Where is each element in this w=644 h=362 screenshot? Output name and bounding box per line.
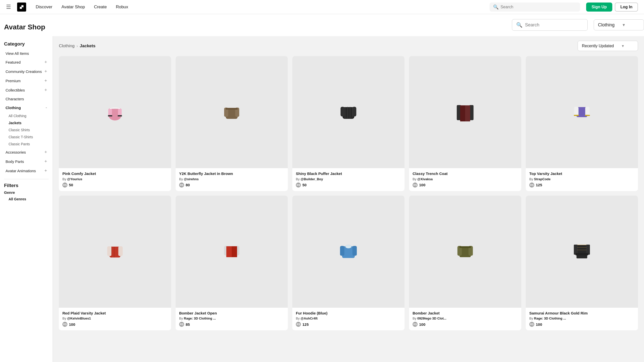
item-card[interactable]: Fur Hoodie (Blue) By @AshCr4ft R$ 125 bbox=[292, 196, 405, 331]
nav-robux[interactable]: Robux bbox=[112, 3, 132, 11]
sidebar: Category View All Items Featured + Commu… bbox=[0, 36, 53, 362]
item-card[interactable]: Top Varsity Jacket By StrapCode R$ 125 bbox=[526, 56, 638, 191]
nav-actions: Sign Up Log In bbox=[586, 3, 638, 12]
sidebar-item-premium[interactable]: Premium + bbox=[4, 76, 49, 85]
item-author: By @KelvinBlues1 bbox=[62, 316, 168, 320]
nav-discover[interactable]: Discover bbox=[32, 3, 56, 11]
item-info: Y2K Butterfly Jacket in Brown By @sirehn… bbox=[176, 168, 288, 191]
item-image bbox=[526, 196, 638, 308]
svg-rect-31 bbox=[107, 246, 111, 256]
breadcrumb-clothing[interactable]: Clothing bbox=[59, 43, 74, 49]
genre-heading: Genre bbox=[4, 190, 49, 195]
sidebar-jackets[interactable]: Jackets bbox=[4, 119, 49, 126]
breadcrumb-row: Clothing › Jackets Recently Updated ▾ bbox=[59, 36, 638, 54]
item-info: Top Varsity Jacket By StrapCode R$ 125 bbox=[526, 168, 638, 191]
sidebar-item-collectibles[interactable]: Collectibles + bbox=[4, 85, 49, 95]
collectibles-expand-icon: + bbox=[44, 87, 47, 93]
body-parts-expand-icon: + bbox=[44, 159, 47, 164]
svg-rect-38 bbox=[226, 246, 232, 257]
price-value: 85 bbox=[186, 322, 190, 327]
sidebar-item-featured[interactable]: Featured + bbox=[4, 58, 49, 67]
top-nav: ☰ Discover Avatar Shop Create Robux 🔍 Si… bbox=[0, 0, 644, 14]
sidebar-classic-pants[interactable]: Classic Pants bbox=[4, 141, 49, 148]
price-value: 100 bbox=[536, 322, 542, 327]
price-value: 50 bbox=[302, 183, 307, 187]
sidebar-classic-tshirts[interactable]: Classic T-Shirts bbox=[4, 133, 49, 141]
svg-rect-32 bbox=[118, 246, 123, 256]
svg-rect-12 bbox=[226, 108, 238, 110]
item-info: Samurai Armour Black Gold Rim By Rage: 3… bbox=[526, 308, 638, 331]
item-author: By 0929lego 3D Clot... bbox=[413, 316, 518, 320]
sidebar-view-all[interactable]: View All Items bbox=[4, 49, 49, 58]
item-card[interactable]: Pink Comfy Jacket By @Yourius R$ 50 bbox=[59, 56, 171, 191]
item-author: By Rage: 3D Clothing ... bbox=[529, 316, 634, 320]
breadcrumb-current: Jackets bbox=[80, 43, 95, 49]
robux-icon: R$ bbox=[62, 183, 67, 188]
items-grid: Pink Comfy Jacket By @Yourius R$ 50 Y2K … bbox=[59, 56, 638, 330]
nav-avatar-shop[interactable]: Avatar Shop bbox=[58, 3, 88, 11]
item-name: Y2K Butterfly Jacket in Brown bbox=[179, 171, 284, 176]
roblox-logo[interactable] bbox=[17, 3, 26, 12]
svg-rect-14 bbox=[341, 107, 345, 117]
item-info: Shiny Black Puffer Jacket By @Builder_Bo… bbox=[292, 168, 405, 191]
login-button[interactable]: Log In bbox=[615, 3, 638, 12]
sidebar-all-genres[interactable]: All Genres bbox=[4, 196, 49, 203]
price-value: 125 bbox=[536, 183, 542, 187]
premium-expand-icon: + bbox=[44, 78, 47, 83]
sidebar-divider bbox=[4, 179, 49, 179]
item-image bbox=[176, 56, 288, 168]
item-name: Top Varsity Jacket bbox=[529, 171, 634, 176]
sidebar-item-clothing[interactable]: Clothing - bbox=[4, 103, 49, 112]
nav-create[interactable]: Create bbox=[90, 3, 110, 11]
svg-rect-26 bbox=[574, 107, 578, 116]
item-card[interactable]: Y2K Butterfly Jacket in Brown By @sirehn… bbox=[176, 56, 288, 191]
svg-rect-47 bbox=[459, 246, 471, 248]
item-card[interactable]: Bomber Jacket By 0929lego 3D Clot... R$ … bbox=[409, 196, 521, 331]
nav-search-input[interactable] bbox=[501, 5, 577, 9]
item-info: Bomber Jacket Open By Rage: 3D Clothing … bbox=[176, 308, 288, 331]
item-name: Bomber Jacket bbox=[413, 311, 518, 316]
category-select[interactable]: Clothing ▾ bbox=[594, 19, 644, 30]
sort-select[interactable]: Recently Updated ▾ bbox=[578, 41, 638, 51]
svg-rect-15 bbox=[352, 107, 356, 117]
main-search-input[interactable] bbox=[525, 22, 583, 28]
svg-rect-39 bbox=[232, 246, 237, 257]
nav-search-bar[interactable]: 🔍 bbox=[490, 3, 580, 12]
main-search-bar[interactable]: 🔍 bbox=[512, 19, 588, 31]
item-image bbox=[292, 196, 405, 308]
item-card[interactable]: Samurai Armour Black Gold Rim By Rage: 3… bbox=[526, 196, 638, 331]
page-title: Avatar Shop bbox=[0, 19, 45, 31]
sidebar-all-clothing[interactable]: All Clothing bbox=[4, 112, 49, 119]
item-price: R$ 80 bbox=[179, 183, 284, 188]
item-author: By @sirehns bbox=[179, 177, 284, 181]
community-expand-icon: + bbox=[44, 69, 47, 74]
item-image bbox=[526, 56, 638, 168]
item-info: Red Plaid Varsity Jacket By @KelvinBlues… bbox=[59, 308, 171, 331]
sort-chevron-icon: ▾ bbox=[622, 43, 624, 48]
item-author: By @Xivaksa bbox=[413, 177, 518, 181]
main-search-icon: 🔍 bbox=[516, 22, 522, 28]
item-author: By @Yourius bbox=[62, 177, 168, 181]
item-card[interactable]: Red Plaid Varsity Jacket By @KelvinBlues… bbox=[59, 196, 171, 331]
page-header: Avatar Shop 🔍 Clothing ▾ bbox=[0, 14, 644, 36]
item-card[interactable]: Shiny Black Puffer Jacket By @Builder_Bo… bbox=[292, 56, 405, 191]
item-image bbox=[59, 196, 171, 308]
sort-label: Recently Updated bbox=[582, 44, 614, 48]
robux-icon: R$ bbox=[179, 322, 184, 327]
hamburger-icon[interactable]: ☰ bbox=[6, 4, 11, 10]
nav-links: Discover Avatar Shop Create Robux bbox=[32, 3, 132, 11]
item-image bbox=[292, 56, 405, 168]
sidebar-item-avatar-animations[interactable]: Avatar Animations + bbox=[4, 166, 49, 175]
sidebar-item-characters[interactable]: Characters bbox=[4, 95, 49, 103]
sidebar-item-body-parts[interactable]: Body Parts + bbox=[4, 157, 49, 166]
signup-button[interactable]: Sign Up bbox=[586, 3, 612, 12]
svg-rect-41 bbox=[340, 246, 344, 256]
sidebar-classic-shirts[interactable]: Classic Shirts bbox=[4, 126, 49, 133]
price-value: 80 bbox=[186, 183, 190, 187]
item-card[interactable]: Bomber Jacket Open By Rage: 3D Clothing … bbox=[176, 196, 288, 331]
sidebar-item-community[interactable]: Community Creations + bbox=[4, 67, 49, 76]
robux-icon: R$ bbox=[529, 322, 534, 327]
item-price: R$ 85 bbox=[179, 322, 284, 327]
item-card[interactable]: Classy Trench Coat By @Xivaksa R$ 100 bbox=[409, 56, 521, 191]
sidebar-item-accessories[interactable]: Accessories + bbox=[4, 148, 49, 157]
